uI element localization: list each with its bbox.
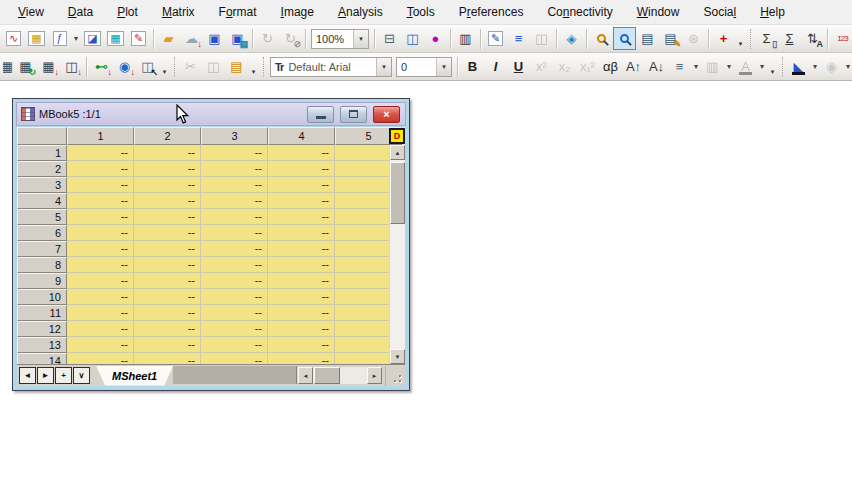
new-function-plot-dropdown-icon[interactable]: ▾ — [71, 34, 81, 43]
row-header[interactable]: 5 — [17, 209, 67, 225]
sheet-tab-msheet1[interactable]: MSheet1 — [96, 366, 173, 386]
matrix-cell[interactable]: -- — [201, 321, 268, 337]
import-multiple-icon[interactable]: ◫↓ — [60, 55, 83, 78]
print-icon[interactable]: ⊟ — [378, 27, 401, 50]
sort-icon[interactable]: ⇅A — [801, 27, 824, 50]
new-workbook-icon[interactable]: ▦ — [25, 27, 48, 50]
matrix-window-icon[interactable] — [21, 107, 35, 121]
origin-central-icon[interactable]: ● — [424, 27, 447, 50]
row-header[interactable]: 2 — [17, 161, 67, 177]
menu-item-tools[interactable]: Tools — [395, 1, 447, 23]
toolbar-overflow-button[interactable]: ▾ — [767, 56, 778, 78]
matrix-cell[interactable]: -- — [134, 257, 201, 273]
matrix-cell[interactable]: -- — [201, 209, 268, 225]
copy-icon[interactable]: ◫ — [202, 55, 225, 78]
borders-dropdown-icon[interactable]: ▾ — [724, 62, 734, 71]
matrix-cell[interactable]: -- — [201, 257, 268, 273]
layout-page-icon[interactable]: ≡ — [507, 27, 530, 50]
menu-item-matrix[interactable]: Matrix — [150, 1, 207, 23]
matrix-cell[interactable]: -- — [201, 289, 268, 305]
matrix-cell[interactable]: -- — [201, 353, 268, 364]
scroll-down-icon[interactable]: ▼ — [390, 349, 405, 364]
decrease-font-icon[interactable]: A↓ — [645, 55, 668, 78]
vertical-scrollbar[interactable]: ▲ ▼ — [389, 145, 405, 364]
open-cloud-icon[interactable]: ☁↓ — [180, 27, 203, 50]
matrix-cell[interactable]: -- — [67, 353, 134, 364]
matrix-d-button[interactable]: D — [389, 128, 405, 144]
menu-item-image[interactable]: Image — [269, 1, 326, 23]
menu-item-social[interactable]: Social — [691, 1, 748, 23]
find-in-project-icon[interactable] — [590, 27, 613, 50]
matrix-cell[interactable]: -- — [134, 321, 201, 337]
next-sheet-button[interactable]: ► — [37, 367, 54, 384]
row-header[interactable]: 4 — [17, 193, 67, 209]
window-resize-grip[interactable] — [385, 366, 405, 386]
menu-item-data[interactable]: Data — [56, 1, 105, 23]
font-name-combo[interactable]: Tr Default: Arial ▾ — [270, 57, 392, 77]
matrix-cell[interactable]: -- — [268, 177, 335, 193]
matrix-cell[interactable]: -- — [67, 193, 134, 209]
new-notes-icon[interactable]: ✎ — [484, 27, 507, 50]
abort-icon[interactable]: ↻⊘ — [279, 27, 302, 50]
matrix-cell[interactable]: -- — [67, 161, 134, 177]
matrix-cell[interactable]: -- — [134, 289, 201, 305]
row-header[interactable]: 6 — [17, 225, 67, 241]
font-color-dropdown-icon[interactable]: ▾ — [757, 62, 767, 71]
new-graph-icon[interactable]: ◪ — [81, 27, 104, 50]
matrix-cell[interactable]: -- — [134, 353, 201, 364]
toolbar-overflow-button[interactable]: ▾ — [248, 56, 259, 78]
matrix-cell[interactable]: -- — [67, 145, 134, 161]
menu-item-format[interactable]: Format — [207, 1, 269, 23]
horizontal-scrollbar[interactable]: ◄ ► — [298, 367, 382, 384]
matrix-cell[interactable]: -- — [67, 337, 134, 353]
scroll-up-icon[interactable]: ▲ — [390, 145, 405, 160]
matrix-cell[interactable]: -- — [67, 289, 134, 305]
close-button[interactable]: × — [373, 106, 400, 123]
new-project-icon[interactable]: ∿ — [2, 27, 25, 50]
row-header[interactable]: 1 — [17, 145, 67, 161]
paste-icon[interactable]: ▤ — [225, 55, 248, 78]
matrix-cell[interactable]: -- — [268, 289, 335, 305]
set-values-icon[interactable]: 123 — [831, 27, 852, 50]
zoom-combo[interactable]: 100% ▾ — [311, 29, 369, 49]
menu-item-window[interactable]: Window — [625, 1, 692, 23]
new-function-plot-icon[interactable]: ƒ — [48, 27, 71, 50]
zoom-combo-caret-icon[interactable]: ▾ — [353, 30, 368, 48]
clone-import-icon[interactable]: ◫↖ — [136, 55, 159, 78]
scroll-left-icon[interactable]: ◄ — [298, 367, 313, 384]
matrix-cell[interactable]: -- — [201, 337, 268, 353]
matrix-cell[interactable]: -- — [201, 305, 268, 321]
matrix-cell[interactable]: -- — [134, 209, 201, 225]
menu-item-connectivity[interactable]: Connectivity — [535, 1, 624, 23]
matrix-cell[interactable]: -- — [268, 193, 335, 209]
matrix-cell[interactable]: -- — [67, 321, 134, 337]
sheet-list-button[interactable]: ∨ — [73, 367, 90, 384]
new-matrix-icon[interactable]: ▦ — [104, 27, 127, 50]
matrix-cell[interactable]: -- — [134, 193, 201, 209]
subsuperscript-icon[interactable]: x₁² — [576, 55, 599, 78]
save-icon[interactable]: ▣ — [203, 27, 226, 50]
project-explorer-icon[interactable]: ◈ — [560, 27, 583, 50]
vertical-scroll-thumb[interactable] — [390, 162, 405, 224]
matrix-cell[interactable]: -- — [268, 225, 335, 241]
matrix-cell[interactable]: -- — [134, 337, 201, 353]
prev-sheet-button[interactable]: ◄ — [19, 367, 36, 384]
row-header[interactable]: 13 — [17, 337, 67, 353]
matrix-cell[interactable]: -- — [201, 177, 268, 193]
import-web-icon[interactable]: ◉↓ — [113, 55, 136, 78]
matrix-cell[interactable]: -- — [67, 257, 134, 273]
worksheet-query-icon[interactable]: ▤ — [636, 27, 659, 50]
reimport-icon[interactable]: ▦↻ — [14, 55, 37, 78]
toolbar-overflow-button[interactable]: ▾ — [735, 28, 746, 50]
matrix-cell[interactable]: -- — [268, 305, 335, 321]
edit-range-icon[interactable]: ▤✎ — [659, 27, 682, 50]
matrix-cell[interactable]: -- — [67, 225, 134, 241]
font-size-combo[interactable]: 0 ▾ — [396, 57, 452, 77]
italic-icon[interactable]: I — [484, 55, 507, 78]
duplicate-window-icon[interactable]: ◫ — [530, 27, 553, 50]
matrix-cell[interactable]: -- — [67, 177, 134, 193]
fill-color-dropdown-icon[interactable]: ▾ — [810, 62, 820, 71]
menu-item-view[interactable]: View — [6, 1, 56, 23]
matrix-cell[interactable]: -- — [134, 241, 201, 257]
matrix-cell[interactable]: -- — [67, 273, 134, 289]
